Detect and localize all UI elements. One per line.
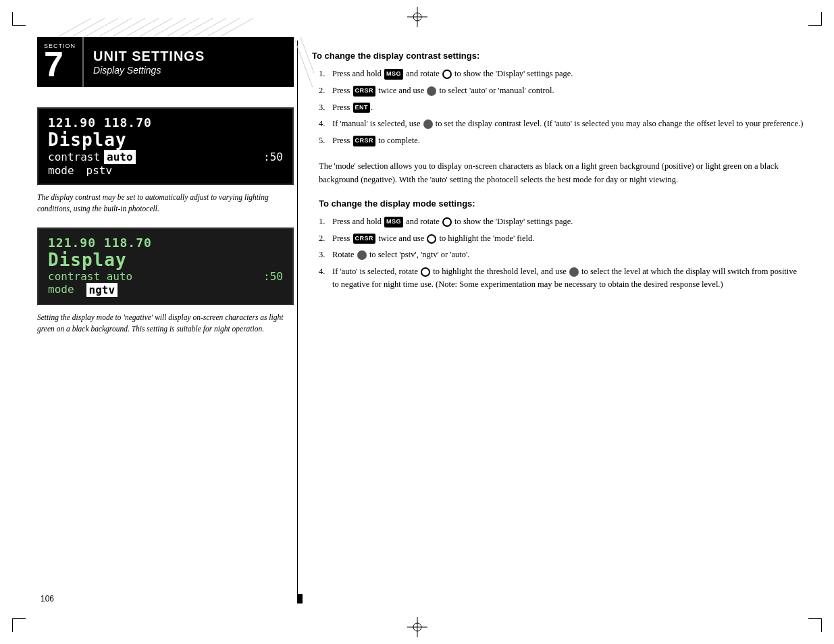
section-title-block: UNIT SETTINGS Display Settings [82, 37, 214, 87]
rotate-circle-1 [442, 70, 452, 79]
caption1: The display contrast may be set to autom… [37, 192, 294, 214]
select-circle-3 [357, 250, 367, 260]
mode-step-4: 4. If 'auto' is selected, rotate to high… [319, 265, 805, 291]
screen1-mode-label: mode [48, 164, 74, 177]
step5-text: Press CRSR to complete. [332, 134, 420, 147]
corner-mark-bl [12, 618, 26, 632]
mode-step1-text: Press and hold MSG and rotate to show th… [332, 215, 573, 228]
ent-badge-1: ENT [353, 103, 371, 113]
svg-line-8 [84, 18, 118, 37]
svg-line-17 [206, 18, 240, 37]
left-bottom-bar [297, 594, 303, 603]
screen1-contrast-value: auto [104, 150, 136, 164]
crsr-badge-3: CRSR [353, 234, 376, 244]
crosshair-top [407, 7, 427, 27]
contrast-step-4: 4. If 'manual' is selected, use to set t… [319, 117, 805, 130]
svg-line-11 [125, 18, 159, 37]
left-column: SECTION 7 UNIT SETTINGS Display Settings… [37, 37, 294, 347]
mode-step-num-1: 1. [319, 215, 330, 228]
section-number: 7 [44, 47, 63, 82]
step-num-5: 5. [319, 134, 330, 147]
step-num-3: 3. [319, 101, 330, 114]
mode-step-num-2: 2. [319, 232, 330, 245]
screen1-line2: Display [48, 130, 283, 150]
contrast-step-2: 2. Press CRSR twice and use to select 'a… [319, 84, 805, 97]
screen2-mode-value: ngtv [86, 283, 118, 297]
mode-step-1: 1. Press and hold MSG and rotate to show… [319, 215, 805, 228]
crosshair-bottom [407, 617, 427, 637]
screen1-mode-value: pstv [86, 164, 113, 177]
section-number-block: SECTION 7 [37, 37, 82, 87]
svg-line-13 [152, 18, 186, 37]
right-column: To change the display contrast settings:… [312, 51, 805, 303]
section-header: SECTION 7 UNIT SETTINGS Display Settings [37, 37, 294, 87]
svg-line-7 [71, 18, 105, 37]
corner-mark-tl [12, 12, 26, 26]
rotate-circle-4 [421, 267, 430, 277]
mode-step4-text: If 'auto' is selected, rotate to highlig… [332, 265, 805, 291]
contrast-heading: To change the display contrast settings: [312, 51, 805, 61]
mode-heading: To change the display mode settings: [312, 198, 805, 209]
mode-steps: 1. Press and hold MSG and rotate to show… [312, 215, 805, 291]
svg-line-10 [111, 18, 145, 37]
screen2-contrast-label: contrast auto [48, 270, 132, 283]
body-text: The 'mode' selection allows you to displ… [312, 159, 805, 186]
rotate-circle-2 [442, 217, 452, 227]
mode-step2-text: Press CRSR twice and use to highlight th… [332, 232, 534, 245]
screen2-line1: 121.90 118.70 [48, 236, 283, 250]
screen-display-2: 121.90 118.70 Display contrast auto :50 … [37, 227, 294, 305]
screen2-contrast-number: :50 [263, 270, 283, 283]
screen1-line4: mode pstv [48, 164, 283, 177]
svg-line-9 [98, 18, 132, 37]
select-circle-1 [427, 86, 436, 96]
screen1-line1: 121.90 118.70 [48, 115, 283, 130]
section-divider [297, 41, 298, 603]
step3-text: Press ENT. [332, 101, 373, 114]
corner-mark-tr [808, 12, 822, 26]
svg-line-12 [138, 18, 172, 37]
screen1-line3: contrast auto :50 [48, 150, 283, 164]
screen2-line4: mode ngtv [48, 283, 283, 297]
step1-text: Press and hold MSG and rotate to show th… [332, 68, 573, 80]
screen2-line2: Display [48, 250, 283, 270]
step-num-4: 4. [319, 117, 330, 130]
mode-step-num-4: 4. [319, 265, 330, 278]
svg-line-6 [57, 18, 91, 37]
page-number: 106 [41, 594, 54, 603]
select-circle-4 [569, 267, 579, 277]
section-title-sub: Display Settings [93, 65, 205, 76]
caption2: Setting the display mode to 'negative' w… [37, 312, 294, 334]
svg-line-18 [219, 18, 253, 37]
svg-line-19 [294, 37, 314, 87]
contrast-steps: 1. Press and hold MSG and rotate to show… [312, 68, 805, 147]
contrast-step-5: 5. Press CRSR to complete. [319, 134, 805, 147]
svg-line-14 [165, 18, 199, 37]
corner-mark-br [808, 618, 822, 632]
step4-text: If 'manual' is selected, use to set the … [332, 117, 803, 130]
contrast-step-1: 1. Press and hold MSG and rotate to show… [319, 68, 805, 80]
header-right-decor [294, 37, 314, 87]
screen2-line3: contrast auto :50 [48, 270, 283, 283]
svg-line-15 [179, 18, 213, 37]
svg-line-16 [192, 18, 226, 37]
mode-step-2: 2. Press CRSR twice and use to highlight… [319, 232, 805, 245]
step2-text: Press CRSR twice and use to select 'auto… [332, 84, 554, 97]
step-num-1: 1. [319, 68, 330, 80]
screen1-contrast-number: :50 [263, 151, 283, 163]
msg-badge-1: MSG [384, 69, 403, 80]
step-num-2: 2. [319, 84, 330, 97]
screen2-mode-label: mode [48, 283, 74, 297]
contrast-step-3: 3. Press ENT. [319, 101, 805, 114]
select-circle-2 [423, 119, 433, 129]
msg-badge-2: MSG [384, 217, 403, 227]
header-decor [51, 18, 280, 37]
screen-display-1: 121.90 118.70 Display contrast auto :50 … [37, 107, 294, 185]
section-title-main: UNIT SETTINGS [93, 49, 205, 63]
mode-step-3: 3. Rotate to select 'pstv', 'ngtv' or 'a… [319, 248, 805, 261]
crsr-badge-1: CRSR [353, 86, 376, 97]
screen1-contrast-label: contrast [48, 151, 100, 163]
mode-step3-text: Rotate to select 'pstv', 'ngtv' or 'auto… [332, 248, 469, 261]
mode-step-num-3: 3. [319, 248, 330, 261]
crsr-badge-2: CRSR [353, 136, 376, 146]
rotate-circle-3 [427, 234, 436, 244]
